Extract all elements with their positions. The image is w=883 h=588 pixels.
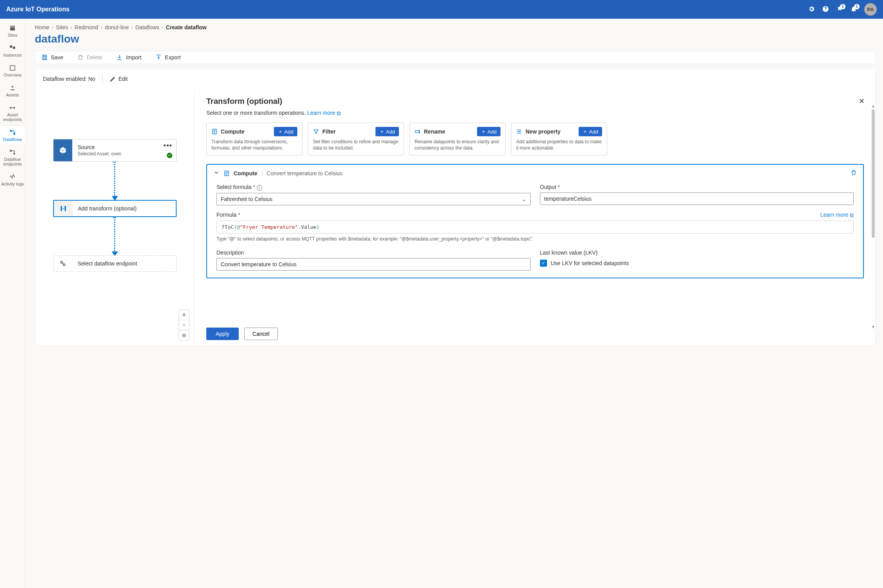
- nav-dataflow-endpoints[interactable]: Dataflow endpoints: [0, 145, 25, 170]
- breadcrumb-item[interactable]: Home: [35, 24, 49, 30]
- breadcrumb: Home› Sites› Redmond› donut-line› Datafl…: [35, 24, 876, 30]
- import-icon: [116, 54, 123, 61]
- scrollbar[interactable]: ▲ ▼: [872, 109, 875, 324]
- op-title: Rename: [424, 128, 474, 135]
- app-header: Azure IoT Operations 1 1 PA: [0, 0, 883, 19]
- nav-dataflows[interactable]: Dataflows: [0, 125, 25, 145]
- zoom-in-button[interactable]: ＋: [179, 310, 189, 320]
- edit-icon: [110, 76, 116, 82]
- export-icon: [156, 54, 162, 61]
- output-label: Output *: [540, 184, 854, 190]
- export-button[interactable]: Export: [156, 54, 181, 61]
- info-icon[interactable]: i: [257, 185, 262, 191]
- nav-instances[interactable]: Instances: [0, 41, 25, 61]
- cube-icon: [59, 146, 67, 154]
- node-more-button[interactable]: •••: [164, 142, 172, 150]
- zoom-out-button[interactable]: －: [179, 320, 189, 330]
- compute-icon: [211, 128, 218, 135]
- scroll-thumb[interactable]: [872, 109, 875, 238]
- delete-block-button[interactable]: [851, 169, 857, 177]
- help-icon: [822, 5, 829, 12]
- avatar[interactable]: PA: [864, 3, 877, 16]
- zoom-fit-button[interactable]: [179, 330, 189, 340]
- source-node[interactable]: Source Selected Asset: oven •••: [53, 139, 177, 162]
- breadcrumb-item[interactable]: Dataflows: [135, 24, 159, 30]
- notification1-button[interactable]: 1: [836, 5, 843, 14]
- scroll-down-icon: ▼: [871, 325, 875, 329]
- breadcrumb-item[interactable]: donut-line: [105, 24, 129, 30]
- select-formula-dropdown[interactable]: Fahrenheit to Celsius ⌄: [216, 193, 531, 205]
- delete-icon: [77, 54, 84, 61]
- svg-point-1: [13, 107, 15, 109]
- select-formula-label: Select formula * i: [216, 184, 531, 191]
- add-filter-button[interactable]: ＋ Add: [375, 127, 399, 136]
- dataflows-icon: [9, 129, 16, 136]
- description-label: Description: [216, 249, 531, 256]
- notification2-badge: 1: [854, 4, 860, 9]
- connector: [114, 217, 115, 256]
- svg-point-15: [517, 131, 517, 132]
- add-compute-button[interactable]: ＋ Add: [274, 127, 297, 136]
- op-desc: Rename datapoints to ensure clarity and …: [415, 139, 500, 151]
- svg-rect-13: [415, 130, 419, 132]
- edit-label: Edit: [118, 76, 128, 82]
- enabled-label: Dataflow enabled: No: [43, 76, 95, 82]
- node-title: Add transform (optional): [78, 205, 137, 212]
- panel-intro: Select one or more transform operations.…: [206, 110, 864, 116]
- learn-more-link[interactable]: Learn more ⧉: [307, 110, 340, 116]
- nav-assets[interactable]: Assets: [0, 81, 25, 101]
- nav-activity-logs[interactable]: Activity logs: [0, 170, 25, 190]
- chevron-down-icon: [213, 169, 220, 176]
- svg-point-0: [10, 107, 12, 109]
- divider: [102, 75, 103, 83]
- trash-icon: [851, 169, 857, 176]
- edit-button[interactable]: Edit: [110, 76, 128, 82]
- cancel-button[interactable]: Cancel: [244, 328, 278, 340]
- svg-point-16: [517, 133, 517, 133]
- block-type-label: Compute: [234, 170, 257, 176]
- save-button[interactable]: Save: [41, 54, 63, 61]
- notification2-button[interactable]: 1: [850, 5, 857, 14]
- breadcrumb-item[interactable]: Sites: [56, 24, 68, 30]
- help-button[interactable]: [822, 5, 829, 14]
- node-title: Select dataflow endpoint: [78, 260, 171, 267]
- overview-icon: [9, 64, 16, 71]
- formula-learn-more-link[interactable]: Learn more ⧉: [820, 212, 854, 218]
- toolbar: Save Delete Import Export: [35, 51, 876, 64]
- nav-label: Sites: [8, 33, 17, 37]
- add-newprop-button[interactable]: ＋ Add: [579, 127, 602, 136]
- sites-icon: [9, 25, 16, 32]
- svg-point-5: [13, 153, 15, 155]
- op-card-rename: Rename ＋ Add Rename datapoints to ensure…: [409, 123, 506, 155]
- formula-hint: Type "@" to select datapoints, or access…: [216, 236, 854, 242]
- close-button[interactable]: ✕: [859, 97, 865, 105]
- settings-button[interactable]: [808, 5, 815, 14]
- flow-canvas[interactable]: Source Selected Asset: oven ••• Add tran…: [35, 88, 195, 346]
- nav-label: Asset endpoints: [1, 112, 24, 122]
- add-rename-button[interactable]: ＋ Add: [477, 127, 500, 136]
- nav-overview[interactable]: Overview: [0, 61, 25, 81]
- lkv-checkbox-label: Use LKV for selected datapoints: [551, 260, 629, 266]
- nav-label: Activity logs: [1, 182, 24, 186]
- apply-button[interactable]: Apply: [206, 328, 239, 340]
- node-subtitle: Selected Asset: oven: [78, 151, 171, 157]
- zoom-controls: ＋ －: [179, 310, 189, 341]
- breadcrumb-item[interactable]: Redmond: [75, 24, 98, 30]
- endpoint-icon: [59, 260, 67, 267]
- panel-title: Transform (optional): [206, 97, 864, 106]
- op-title: Compute: [221, 128, 271, 135]
- transform-node[interactable]: Add transform (optional): [53, 200, 177, 217]
- output-input[interactable]: [540, 192, 854, 205]
- formula-input[interactable]: fToC(@"Fryer Temperature".Value): [216, 221, 854, 233]
- lkv-checkbox[interactable]: ✓: [540, 260, 547, 267]
- description-input[interactable]: [216, 258, 531, 271]
- op-desc: Set filter conditions to refine and mana…: [313, 139, 399, 151]
- import-button[interactable]: Import: [116, 54, 141, 61]
- nav-sites[interactable]: Sites: [0, 21, 25, 41]
- nav-asset-endpoints[interactable]: Asset endpoints: [0, 101, 25, 125]
- block-name: Convert temperature to Celsius: [266, 170, 342, 176]
- svg-rect-2: [10, 130, 12, 132]
- collapse-button[interactable]: [213, 169, 220, 177]
- formula-label: Formula *: [216, 212, 240, 218]
- endpoint-node[interactable]: Select dataflow endpoint: [53, 255, 177, 272]
